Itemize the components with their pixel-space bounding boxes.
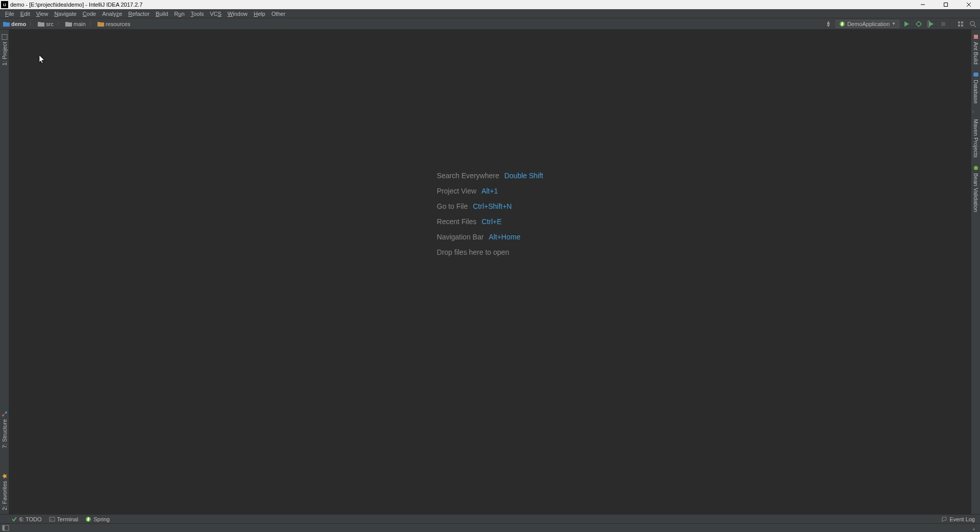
menu-code[interactable]: Code [80, 10, 99, 17]
svg-point-5 [917, 22, 921, 26]
run-configuration-selector[interactable]: DemoApplication ▼ [836, 20, 899, 28]
menu-vcs[interactable]: VCS [207, 10, 225, 17]
menu-view[interactable]: View [33, 10, 52, 17]
toolwindow-label: Ant Build [973, 42, 979, 64]
hint-label: Recent Files [437, 217, 477, 226]
lock-icon[interactable] [973, 525, 978, 531]
crumb-sep: 〉 [28, 20, 36, 28]
maximize-button[interactable] [934, 0, 957, 9]
menu-analyze[interactable]: Analyze [99, 10, 125, 17]
hint-label: Search Everywhere [437, 172, 499, 180]
toolwindow-structure[interactable]: 7: Structure [1, 409, 8, 450]
menu-refactor[interactable]: Refactor [125, 10, 153, 17]
structure-icon [2, 411, 8, 417]
menu-other[interactable]: Other [268, 10, 289, 17]
event-log-button[interactable]: Event Log [941, 516, 975, 522]
main-body: 1: Project 7: Structure 2: Favorites Sea… [0, 30, 980, 514]
menu-build[interactable]: Build [153, 10, 171, 17]
toolwindow-label: Spring [93, 516, 110, 522]
menu-help[interactable]: Help [251, 10, 268, 17]
menubar: File Edit View Navigate Code Analyze Ref… [0, 9, 980, 18]
svg-rect-13 [961, 21, 963, 23]
svg-line-21 [3, 413, 6, 416]
svg-rect-10 [928, 21, 929, 27]
hint-row: Go to File Ctrl+Shift+N [437, 202, 543, 210]
crumb-demo[interactable]: demo [2, 20, 27, 28]
hint-row: Search Everywhere Double Shift [437, 172, 543, 180]
project-icon [2, 34, 8, 40]
todo-icon [11, 516, 17, 522]
star-icon [2, 473, 8, 479]
svg-point-25 [974, 166, 978, 170]
minimize-button[interactable] [911, 0, 934, 9]
toolwindow-spring[interactable]: Spring [85, 516, 110, 522]
crumb-main[interactable]: main [64, 20, 87, 28]
hint-shortcut: Ctrl+E [482, 217, 502, 226]
hint-drop: Drop files here to open [437, 248, 543, 256]
svg-line-17 [974, 25, 976, 27]
toolwindow-terminal[interactable]: Terminal [49, 516, 79, 522]
crumb-resources[interactable]: resources [96, 20, 131, 28]
crumb-sep: 〉 [56, 20, 63, 28]
database-icon [973, 71, 979, 78]
menu-window[interactable]: Window [225, 10, 251, 17]
toolwindow-label: 6: TODO [19, 516, 42, 522]
crumb-label: main [74, 21, 86, 27]
left-toolwindow-bar: 1: Project 7: Structure 2: Favorites [0, 30, 9, 514]
svg-point-16 [970, 21, 974, 26]
menu-edit[interactable]: Edit [17, 10, 33, 17]
svg-rect-11 [941, 22, 945, 26]
empty-editor-hints: Search Everywhere Double Shift Project V… [437, 172, 543, 256]
svg-rect-30 [973, 529, 974, 530]
editor-area-empty[interactable]: Search Everywhere Double Shift Project V… [9, 30, 971, 514]
run-button[interactable] [901, 19, 912, 29]
crumb-src[interactable]: src [37, 20, 55, 28]
menu-tools[interactable]: Tools [188, 10, 207, 17]
navigation-toolbar: demo 〉 src 〉 main 〉 resources DemoApplic… [0, 18, 980, 30]
run-coverage-button[interactable] [926, 19, 936, 29]
hint-row: Project View Alt+1 [437, 187, 543, 195]
menu-file[interactable]: File [2, 10, 17, 17]
build-button[interactable] [823, 19, 834, 29]
toolwindow-ant[interactable]: Ant Build [972, 32, 979, 66]
hint-shortcut: Double Shift [504, 172, 543, 180]
svg-rect-26 [50, 517, 55, 521]
hint-shortcut: Alt+1 [481, 187, 498, 195]
svg-rect-14 [958, 25, 960, 27]
hint-label: Go to File [437, 202, 468, 210]
toolwindow-maven[interactable]: m Maven Projects [972, 109, 979, 160]
window-controls [911, 0, 980, 9]
menu-navigate[interactable]: Navigate [51, 10, 79, 17]
event-log-label: Event Log [949, 516, 975, 522]
ant-icon [973, 34, 979, 40]
folder-icon [38, 21, 44, 27]
svg-rect-1 [944, 3, 947, 7]
toolwindow-database[interactable]: Database [972, 69, 979, 106]
crumb-label: demo [11, 21, 26, 27]
debug-button[interactable] [914, 19, 924, 29]
stop-button[interactable] [938, 19, 948, 29]
close-button[interactable] [957, 0, 980, 9]
spring-icon [839, 21, 845, 27]
bean-icon [973, 165, 979, 171]
toolwindow-label: Maven Projects [973, 119, 979, 158]
search-everywhere-button[interactable] [968, 19, 978, 29]
menu-run[interactable]: Run [171, 10, 187, 17]
svg-rect-22 [974, 35, 978, 39]
breadcrumb: demo 〉 src 〉 main 〉 resources [2, 20, 131, 28]
chevron-down-icon: ▼ [892, 21, 896, 26]
toolwindow-favorites[interactable]: 2: Favorites [1, 471, 8, 512]
toolwindow-label: Bean Validation [973, 173, 979, 212]
folder-icon [97, 21, 104, 27]
svg-rect-18 [2, 34, 7, 39]
project-structure-button[interactable] [955, 19, 966, 29]
statusbar [0, 523, 980, 532]
app-icon [1, 1, 8, 8]
toolwindow-todo[interactable]: 6: TODO [11, 516, 42, 522]
window-title: demo - [E:\project\idea\demo] - IntelliJ… [10, 2, 142, 8]
terminal-icon [49, 516, 55, 522]
svg-rect-15 [961, 25, 963, 27]
toolwindow-bean-validation[interactable]: Bean Validation [972, 163, 979, 214]
toolwindows-toggle-icon[interactable] [2, 525, 9, 531]
toolwindow-project[interactable]: 1: Project [1, 32, 8, 67]
